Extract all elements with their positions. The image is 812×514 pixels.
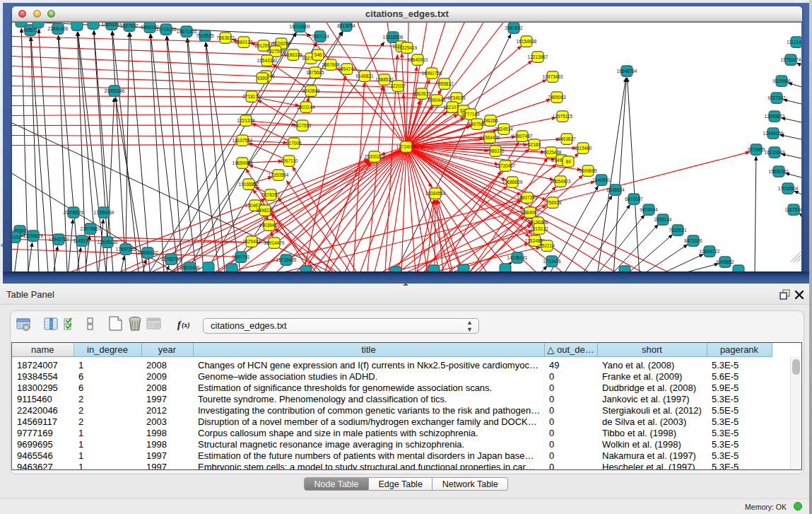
svg-text:3498222: 3498222: [256, 208, 274, 213]
svg-text:10973493: 10973493: [543, 74, 563, 79]
svg-text:16648784: 16648784: [617, 69, 637, 74]
svg-text:16961758: 16961758: [422, 71, 442, 76]
svg-text:9384067: 9384067: [521, 210, 539, 215]
svg-text:1221338: 1221338: [237, 118, 255, 123]
svg-text:2718170: 2718170: [242, 94, 261, 99]
svg-text:21364436: 21364436: [480, 135, 500, 140]
svg-text:10025438: 10025438: [541, 150, 562, 155]
svg-text:10654122: 10654122: [700, 249, 720, 254]
svg-text:9657791: 9657791: [232, 255, 250, 259]
svg-text:11121419: 11121419: [787, 40, 801, 45]
svg-text:19654923: 19654923: [551, 179, 571, 184]
svg-text:1615132: 1615132: [530, 226, 548, 231]
svg-text:10543382: 10543382: [257, 58, 278, 63]
svg-text:8454749: 8454749: [338, 66, 356, 71]
svg-text:9474444: 9474444: [640, 207, 658, 212]
svg-text:15692361: 15692361: [769, 169, 789, 174]
svg-text:15716485: 15716485: [276, 257, 297, 262]
svg-text:8938924: 8938924: [606, 187, 625, 192]
svg-text:14039489: 14039489: [259, 223, 280, 228]
svg-text:8813054: 8813054: [337, 23, 355, 28]
svg-text:18671355: 18671355: [177, 29, 197, 34]
svg-text:1527602: 1527602: [120, 23, 139, 28]
svg-text:117006: 117006: [286, 141, 302, 146]
svg-text:17016504: 17016504: [778, 186, 799, 191]
svg-text:252214: 252214: [539, 243, 555, 248]
svg-text:8990448: 8990448: [428, 98, 446, 103]
svg-text:9245652: 9245652: [716, 259, 734, 264]
svg-text:62160: 62160: [528, 142, 541, 147]
svg-text:12444156: 12444156: [763, 131, 784, 136]
svg-text:16210643: 16210643: [765, 150, 785, 155]
svg-text:1362615: 1362615: [413, 91, 431, 96]
svg-text:20053346: 20053346: [105, 88, 125, 93]
svg-text:7986372: 7986372: [486, 148, 505, 153]
svg-text:322037: 322037: [390, 83, 406, 88]
svg-text:20206576: 20206576: [64, 210, 84, 215]
svg-text:7485063: 7485063: [548, 95, 566, 100]
svg-text:10653287: 10653287: [102, 23, 122, 27]
svg-text:9390: 9390: [257, 76, 268, 81]
svg-text:8660123: 8660123: [235, 40, 253, 45]
svg-text:18807249: 18807249: [517, 195, 538, 200]
svg-text:16033809: 16033809: [290, 24, 310, 29]
svg-text:(x): (x): [182, 321, 190, 329]
svg-text:9329966: 9329966: [772, 78, 791, 83]
svg-text:3824514: 3824514: [495, 127, 513, 132]
svg-text:12093872: 12093872: [765, 114, 785, 119]
svg-text:9227342: 9227342: [767, 95, 786, 100]
svg-text:3215955: 3215955: [747, 147, 765, 152]
svg-text:18640910: 18640910: [408, 57, 428, 62]
svg-text:6879197: 6879197: [625, 197, 643, 201]
svg-text:1167534: 1167534: [785, 207, 801, 212]
svg-text:10719135: 10719135: [156, 27, 177, 32]
svg-text:2803144: 2803144: [297, 105, 315, 110]
svg-text:18724007: 18724007: [396, 144, 417, 149]
svg-text:15720407: 15720407: [495, 163, 516, 168]
svg-text:22691406: 22691406: [48, 26, 69, 31]
svg-text:9699695: 9699695: [579, 168, 597, 173]
svg-text:10688609: 10688609: [502, 180, 523, 185]
svg-text:9115460: 9115460: [575, 146, 592, 151]
svg-text:5226058: 5226058: [272, 41, 290, 46]
svg-text:12942757: 12942757: [49, 237, 69, 242]
svg-text:17957255: 17957255: [116, 247, 136, 252]
svg-text:10958107: 10958107: [138, 250, 158, 255]
svg-text:19384554: 19384554: [425, 191, 446, 196]
svg-text:8471626: 8471626: [684, 238, 702, 243]
svg-text:11156829: 11156829: [23, 233, 43, 238]
svg-text:5678352: 5678352: [261, 192, 280, 197]
svg-text:10807487: 10807487: [512, 134, 533, 139]
svg-text:12213967: 12213967: [528, 54, 548, 59]
svg-text:39152: 39152: [12, 235, 21, 240]
svg-text:17359934: 17359934: [94, 210, 114, 215]
svg-text:7955812: 7955812: [435, 81, 454, 86]
svg-text:19654988: 19654988: [233, 160, 253, 165]
svg-text:14055724: 14055724: [20, 28, 41, 33]
svg-text:1588520: 1588520: [375, 77, 394, 82]
svg-text:9327509: 9327509: [266, 49, 285, 54]
svg-text:3875685: 3875685: [306, 70, 324, 75]
svg-text:9734028: 9734028: [447, 95, 466, 100]
svg-text:25300203: 25300203: [365, 154, 385, 159]
svg-text:2867608: 2867608: [322, 62, 340, 67]
svg-text:8186328: 8186328: [284, 52, 302, 57]
svg-text:746266: 746266: [483, 118, 498, 123]
svg-text:9463627: 9463627: [558, 136, 576, 141]
svg-text:7632621: 7632621: [669, 228, 687, 233]
svg-text:8427552: 8427552: [293, 123, 312, 128]
svg-text:546: 546: [314, 52, 322, 57]
svg-text:16154838: 16154838: [517, 39, 537, 44]
svg-text:16782759: 16782759: [161, 257, 182, 262]
svg-text:7625402: 7625402: [242, 239, 261, 244]
svg-text:7663822: 7663822: [216, 35, 235, 40]
svg-text:12975115: 12975115: [553, 114, 573, 119]
svg-text:19218506: 19218506: [383, 35, 404, 40]
svg-text:9777169: 9777169: [461, 112, 480, 117]
svg-text:7515525: 7515525: [196, 33, 214, 38]
svg-text:1145197: 1145197: [73, 238, 91, 243]
svg-text:1640951: 1640951: [592, 177, 611, 182]
svg-text:12505135: 12505135: [98, 240, 118, 245]
svg-text:2687652: 2687652: [505, 25, 523, 30]
svg-text:16914479: 16914479: [264, 240, 285, 245]
